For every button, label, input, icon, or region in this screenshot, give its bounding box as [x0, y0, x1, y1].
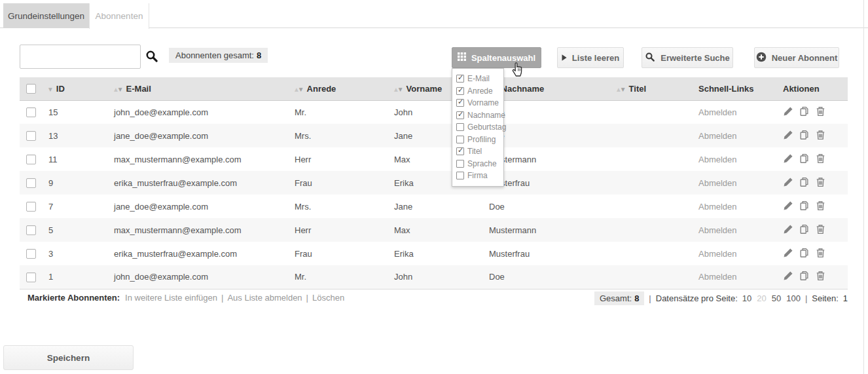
- per-page-option-20: 20: [757, 293, 766, 303]
- per-page-option-10[interactable]: 10: [742, 293, 751, 303]
- column-option[interactable]: ✓Titel: [456, 145, 503, 158]
- delete-icon[interactable]: [816, 153, 825, 164]
- checkbox-checked-icon[interactable]: ✓: [456, 147, 464, 155]
- column-option[interactable]: ✓Anrede: [456, 85, 503, 98]
- check-icon: ✓: [458, 86, 463, 94]
- delete-icon[interactable]: [816, 130, 825, 140]
- cell-nachname: Doe: [484, 195, 611, 218]
- tab-grundeinstellungen[interactable]: Grundeinstellungen: [3, 3, 89, 28]
- row-checkbox[interactable]: [26, 272, 36, 282]
- column-option[interactable]: Firma: [456, 170, 503, 182]
- duplicate-icon[interactable]: [799, 177, 810, 187]
- checkbox-unchecked-icon[interactable]: [456, 172, 464, 179]
- search-icon[interactable]: [145, 49, 159, 64]
- checkbox-checked-icon[interactable]: ✓: [456, 75, 464, 83]
- clear-list-button[interactable]: Liste leeren: [557, 47, 624, 68]
- column-header-anrede[interactable]: ▲▼Anrede: [289, 77, 389, 100]
- unsubscribe-link[interactable]: Abmelden: [698, 131, 737, 141]
- per-page-option-100[interactable]: 100: [786, 293, 801, 303]
- delete-icon[interactable]: [816, 271, 825, 281]
- cell-id: 5: [43, 218, 109, 242]
- unsubscribe-link[interactable]: Abmelden: [698, 155, 737, 164]
- checkbox-unchecked-icon[interactable]: [456, 123, 464, 131]
- column-header-titel[interactable]: ▲▼Titel: [611, 77, 693, 100]
- checkbox-checked-icon[interactable]: ✓: [456, 111, 464, 119]
- checkbox-checked-icon[interactable]: ✓: [456, 99, 464, 107]
- pagination-bar: Gesamt: 8 | Datensätze pro Seite: 102050…: [594, 291, 848, 305]
- duplicate-icon[interactable]: [799, 224, 810, 234]
- new-subscriber-label: Neuer Abonnent: [772, 53, 838, 63]
- row-checkbox[interactable]: [26, 202, 36, 212]
- column-option[interactable]: ✓E-Mail: [456, 73, 503, 85]
- duplicate-icon[interactable]: [799, 271, 810, 281]
- clear-list-label: Liste leeren: [572, 53, 619, 63]
- column-option[interactable]: Geburtstag: [456, 121, 503, 134]
- edit-icon[interactable]: [783, 248, 793, 258]
- column-header-id[interactable]: ▼ID: [43, 77, 109, 100]
- per-page-options: 102050100: [742, 293, 801, 303]
- unsubscribe-link[interactable]: Abmelden: [698, 225, 737, 235]
- column-option-label: Sprache: [467, 159, 497, 168]
- duplicate-icon[interactable]: [799, 153, 810, 164]
- delete-icon[interactable]: [816, 200, 825, 211]
- column-header-email[interactable]: ▲▼E-Mail: [109, 77, 289, 100]
- column-select-button[interactable]: Spaltenauswahl: [452, 47, 541, 68]
- select-all-checkbox[interactable]: [26, 84, 36, 94]
- edit-icon[interactable]: [783, 200, 793, 211]
- search-input[interactable]: [20, 45, 141, 69]
- delete-icon[interactable]: [816, 248, 825, 258]
- advanced-search-button[interactable]: Erweiterte Suche: [642, 47, 733, 68]
- unsubscribe-link[interactable]: Abmelden: [698, 107, 737, 117]
- column-header-label: Nachname: [501, 84, 545, 94]
- edit-icon[interactable]: [783, 177, 793, 187]
- edit-icon[interactable]: [783, 271, 793, 281]
- save-button[interactable]: Speichern: [3, 345, 134, 370]
- row-checkbox[interactable]: [26, 178, 36, 188]
- unsubscribe-link[interactable]: Abmelden: [698, 178, 737, 188]
- subscriber-table: ▼ID▲▼E-Mail▲▼Anrede▲▼Vorname▲▼Nachname▲▼…: [20, 77, 848, 290]
- add-to-list-link[interactable]: In weitere Liste einfügen: [125, 293, 217, 303]
- cell-vorname: John: [389, 265, 484, 289]
- check-icon: ✓: [458, 98, 463, 106]
- cell-quick-links: Abmelden: [693, 242, 778, 265]
- unsubscribe-from-list-link[interactable]: Aus Liste abmelden: [227, 293, 302, 303]
- row-checkbox[interactable]: [26, 225, 36, 235]
- check-icon: ✓: [458, 146, 463, 155]
- edit-icon[interactable]: [783, 130, 793, 140]
- edit-icon[interactable]: [783, 106, 793, 117]
- row-checkbox[interactable]: [26, 249, 36, 259]
- row-checkbox[interactable]: [26, 107, 36, 117]
- cell-id: 13: [43, 124, 109, 147]
- row-select-cell: [20, 242, 43, 265]
- edit-icon[interactable]: [783, 153, 793, 164]
- delete-icon[interactable]: [816, 106, 825, 117]
- subscriber-total-label: Abonnenten gesamt:: [175, 50, 254, 60]
- new-subscriber-button[interactable]: Neuer Abonnent: [754, 47, 839, 68]
- tab-abonnenten[interactable]: Abonnenten: [89, 3, 149, 29]
- duplicate-icon[interactable]: [799, 248, 810, 258]
- unsubscribe-link[interactable]: Abmelden: [698, 249, 737, 259]
- cell-vorname: Max: [389, 218, 484, 242]
- column-option[interactable]: ✓Vorname: [456, 97, 503, 109]
- column-option[interactable]: ✓Nachname: [456, 109, 503, 122]
- checkbox-checked-icon[interactable]: ✓: [456, 87, 464, 95]
- duplicate-icon[interactable]: [799, 200, 810, 211]
- checkbox-unchecked-icon[interactable]: [456, 136, 464, 143]
- pages-label: Seiten:: [812, 293, 838, 303]
- column-option[interactable]: Sprache: [456, 158, 503, 170]
- unsubscribe-link[interactable]: Abmelden: [698, 272, 737, 282]
- duplicate-icon[interactable]: [799, 130, 810, 140]
- cell-actions: [778, 100, 848, 124]
- duplicate-icon[interactable]: [799, 106, 810, 117]
- unsubscribe-link[interactable]: Abmelden: [698, 202, 737, 212]
- delete-icon[interactable]: [816, 224, 825, 234]
- column-option[interactable]: Profiling: [456, 134, 503, 146]
- edit-icon[interactable]: [783, 224, 793, 234]
- per-page-option-50[interactable]: 50: [772, 293, 781, 303]
- row-checkbox[interactable]: [26, 155, 36, 164]
- row-checkbox[interactable]: [26, 131, 36, 141]
- checkbox-unchecked-icon[interactable]: [456, 160, 464, 168]
- cell-nachname: Doe: [484, 265, 611, 289]
- delete-icon[interactable]: [816, 177, 825, 187]
- delete-marked-link[interactable]: Löschen: [312, 293, 344, 303]
